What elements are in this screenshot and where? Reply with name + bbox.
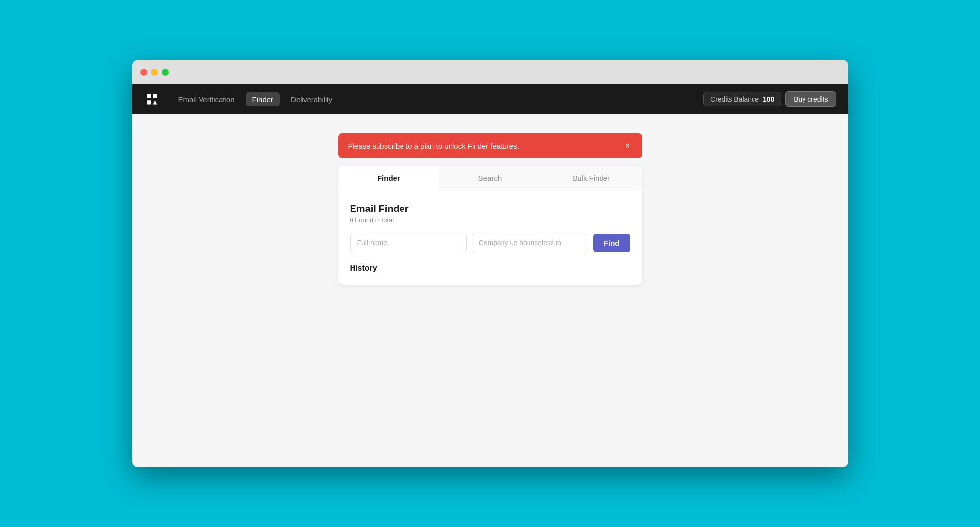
content-wrapper: Please subscribe to a plan to unlock Fin… bbox=[338, 133, 642, 285]
nav-deliverability[interactable]: Deliverability bbox=[284, 92, 339, 106]
card-tabs: Finder Search Bulk Finder bbox=[338, 166, 642, 191]
credits-amount: 100 bbox=[763, 95, 774, 103]
main-content: Please subscribe to a plan to unlock Fin… bbox=[132, 114, 848, 467]
fullname-input[interactable] bbox=[350, 234, 467, 252]
credits-badge: Credits Balance 100 bbox=[703, 92, 781, 106]
app-logo bbox=[144, 91, 160, 107]
traffic-light-yellow[interactable] bbox=[151, 69, 158, 76]
history-title: History bbox=[350, 264, 630, 273]
email-finder-title: Email Finder bbox=[350, 203, 630, 214]
alert-close-button[interactable]: × bbox=[623, 141, 632, 150]
buy-credits-button[interactable]: Buy credits bbox=[785, 91, 836, 107]
browser-chrome bbox=[132, 60, 848, 84]
browser-content: Email Verification Finder Deliverability… bbox=[132, 84, 848, 467]
company-input[interactable] bbox=[472, 234, 588, 252]
card-body: Email Finder 0 Found in total Find Histo… bbox=[338, 191, 642, 285]
alert-banner: Please subscribe to a plan to unlock Fin… bbox=[338, 133, 642, 158]
finder-card: Finder Search Bulk Finder Email Finder 0… bbox=[338, 166, 642, 285]
nav-email-verification[interactable]: Email Verification bbox=[172, 92, 242, 106]
traffic-light-green[interactable] bbox=[162, 69, 169, 76]
browser-window: Email Verification Finder Deliverability… bbox=[132, 60, 848, 467]
traffic-light-red[interactable] bbox=[140, 69, 147, 76]
credits-label: Credits Balance bbox=[710, 95, 759, 103]
tab-search[interactable]: Search bbox=[439, 166, 541, 191]
found-count: 0 Found in total bbox=[350, 216, 630, 224]
navbar: Email Verification Finder Deliverability… bbox=[132, 84, 848, 114]
tab-bulk-finder[interactable]: Bulk Finder bbox=[541, 166, 642, 191]
search-row: Find bbox=[350, 234, 630, 252]
alert-message: Please subscribe to a plan to unlock Fin… bbox=[348, 142, 519, 150]
nav-finder[interactable]: Finder bbox=[246, 92, 280, 106]
find-button[interactable]: Find bbox=[593, 234, 630, 252]
tab-finder[interactable]: Finder bbox=[338, 166, 440, 191]
